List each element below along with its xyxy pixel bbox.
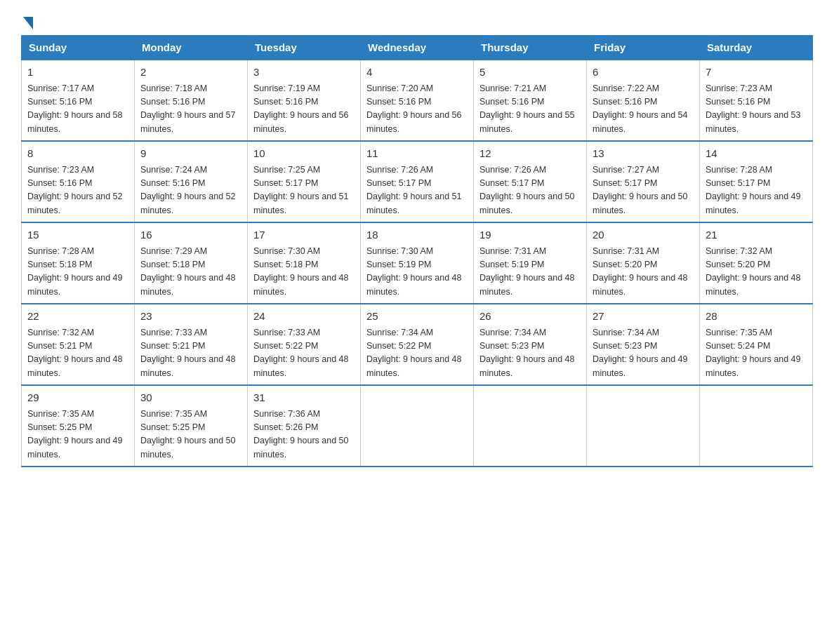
calendar-cell: 2Sunrise: 7:18 AMSunset: 5:16 PMDaylight… (135, 60, 248, 141)
calendar-cell: 11Sunrise: 7:26 AMSunset: 5:17 PMDayligh… (361, 141, 474, 222)
day-info: Sunrise: 7:21 AMSunset: 5:16 PMDaylight:… (479, 83, 575, 134)
day-number: 21 (706, 227, 807, 243)
day-info: Sunrise: 7:34 AMSunset: 5:23 PMDaylight:… (593, 328, 688, 378)
day-info: Sunrise: 7:31 AMSunset: 5:19 PMDaylight:… (479, 246, 575, 297)
day-number: 22 (27, 309, 128, 325)
calendar-cell: 10Sunrise: 7:25 AMSunset: 5:17 PMDayligh… (248, 141, 361, 222)
day-info: Sunrise: 7:32 AMSunset: 5:21 PMDaylight:… (27, 328, 123, 378)
calendar-week-row: 22Sunrise: 7:32 AMSunset: 5:21 PMDayligh… (22, 304, 813, 385)
day-number: 23 (140, 309, 241, 325)
day-number: 6 (593, 65, 694, 81)
calendar-cell: 13Sunrise: 7:27 AMSunset: 5:17 PMDayligh… (587, 141, 700, 222)
day-info: Sunrise: 7:20 AMSunset: 5:16 PMDaylight:… (366, 83, 462, 134)
day-info: Sunrise: 7:34 AMSunset: 5:23 PMDaylight:… (479, 328, 575, 378)
calendar-cell: 9Sunrise: 7:24 AMSunset: 5:16 PMDaylight… (135, 141, 248, 222)
day-number: 14 (706, 146, 807, 162)
day-number: 10 (253, 146, 355, 162)
calendar-cell: 6Sunrise: 7:22 AMSunset: 5:16 PMDaylight… (587, 60, 700, 141)
day-number: 30 (140, 390, 241, 406)
day-info: Sunrise: 7:28 AMSunset: 5:17 PMDaylight:… (706, 165, 801, 215)
day-number: 1 (27, 65, 128, 81)
day-info: Sunrise: 7:28 AMSunset: 5:18 PMDaylight:… (27, 246, 123, 297)
day-info: Sunrise: 7:18 AMSunset: 5:16 PMDaylight:… (140, 83, 236, 134)
day-info: Sunrise: 7:17 AMSunset: 5:16 PMDaylight:… (27, 83, 123, 134)
calendar-cell: 26Sunrise: 7:34 AMSunset: 5:23 PMDayligh… (474, 304, 587, 385)
day-info: Sunrise: 7:23 AMSunset: 5:16 PMDaylight:… (706, 83, 801, 134)
calendar-table: SundayMondayTuesdayWednesdayThursdayFrid… (21, 35, 813, 467)
page-header (21, 14, 813, 28)
day-number: 8 (27, 146, 128, 162)
calendar-cell: 24Sunrise: 7:33 AMSunset: 5:22 PMDayligh… (248, 304, 361, 385)
day-number: 24 (253, 309, 355, 325)
calendar-cell: 31Sunrise: 7:36 AMSunset: 5:26 PMDayligh… (248, 385, 361, 467)
day-number: 4 (366, 65, 468, 81)
day-number: 25 (366, 309, 468, 325)
calendar-week-row: 15Sunrise: 7:28 AMSunset: 5:18 PMDayligh… (22, 222, 813, 304)
weekday-header-thursday: Thursday (474, 36, 587, 60)
calendar-cell: 19Sunrise: 7:31 AMSunset: 5:19 PMDayligh… (474, 222, 587, 304)
day-info: Sunrise: 7:23 AMSunset: 5:16 PMDaylight:… (27, 165, 123, 215)
day-info: Sunrise: 7:35 AMSunset: 5:25 PMDaylight:… (27, 409, 123, 459)
day-number: 16 (140, 227, 241, 243)
calendar-cell: 18Sunrise: 7:30 AMSunset: 5:19 PMDayligh… (361, 222, 474, 304)
day-info: Sunrise: 7:19 AMSunset: 5:16 PMDaylight:… (253, 83, 349, 134)
day-number: 2 (140, 65, 241, 81)
calendar-cell (361, 385, 474, 467)
calendar-cell: 16Sunrise: 7:29 AMSunset: 5:18 PMDayligh… (135, 222, 248, 304)
calendar-cell: 3Sunrise: 7:19 AMSunset: 5:16 PMDaylight… (248, 60, 361, 141)
day-info: Sunrise: 7:31 AMSunset: 5:20 PMDaylight:… (593, 246, 688, 297)
calendar-cell (700, 385, 813, 467)
day-number: 27 (593, 309, 694, 325)
day-info: Sunrise: 7:29 AMSunset: 5:18 PMDaylight:… (140, 246, 236, 297)
calendar-week-row: 8Sunrise: 7:23 AMSunset: 5:16 PMDaylight… (22, 141, 813, 222)
day-number: 19 (479, 227, 581, 243)
day-number: 26 (479, 309, 581, 325)
calendar-week-row: 1Sunrise: 7:17 AMSunset: 5:16 PMDaylight… (22, 60, 813, 141)
calendar-cell: 21Sunrise: 7:32 AMSunset: 5:20 PMDayligh… (700, 222, 813, 304)
logo-arrow-icon (23, 17, 33, 29)
day-info: Sunrise: 7:30 AMSunset: 5:19 PMDaylight:… (366, 246, 462, 297)
day-number: 9 (140, 146, 241, 162)
calendar-cell: 1Sunrise: 7:17 AMSunset: 5:16 PMDaylight… (22, 60, 135, 141)
day-number: 15 (27, 227, 128, 243)
calendar-cell: 15Sunrise: 7:28 AMSunset: 5:18 PMDayligh… (22, 222, 135, 304)
logo (21, 14, 33, 28)
day-number: 28 (706, 309, 807, 325)
day-number: 29 (27, 390, 128, 406)
calendar-week-row: 29Sunrise: 7:35 AMSunset: 5:25 PMDayligh… (22, 385, 813, 467)
day-number: 20 (593, 227, 694, 243)
day-number: 7 (706, 65, 807, 81)
calendar-cell: 20Sunrise: 7:31 AMSunset: 5:20 PMDayligh… (587, 222, 700, 304)
day-info: Sunrise: 7:35 AMSunset: 5:25 PMDaylight:… (140, 409, 236, 459)
day-info: Sunrise: 7:26 AMSunset: 5:17 PMDaylight:… (479, 165, 575, 215)
day-info: Sunrise: 7:30 AMSunset: 5:18 PMDaylight:… (253, 246, 349, 297)
day-info: Sunrise: 7:24 AMSunset: 5:16 PMDaylight:… (140, 165, 236, 215)
calendar-cell: 22Sunrise: 7:32 AMSunset: 5:21 PMDayligh… (22, 304, 135, 385)
day-number: 13 (593, 146, 694, 162)
calendar-cell: 5Sunrise: 7:21 AMSunset: 5:16 PMDaylight… (474, 60, 587, 141)
day-number: 3 (253, 65, 355, 81)
calendar-cell: 17Sunrise: 7:30 AMSunset: 5:18 PMDayligh… (248, 222, 361, 304)
day-info: Sunrise: 7:25 AMSunset: 5:17 PMDaylight:… (253, 165, 349, 215)
weekday-header-tuesday: Tuesday (248, 36, 361, 60)
calendar-cell: 28Sunrise: 7:35 AMSunset: 5:24 PMDayligh… (700, 304, 813, 385)
calendar-cell: 4Sunrise: 7:20 AMSunset: 5:16 PMDaylight… (361, 60, 474, 141)
day-info: Sunrise: 7:32 AMSunset: 5:20 PMDaylight:… (706, 246, 801, 297)
day-number: 12 (479, 146, 581, 162)
weekday-header-monday: Monday (135, 36, 248, 60)
day-info: Sunrise: 7:35 AMSunset: 5:24 PMDaylight:… (706, 328, 801, 378)
calendar-cell: 14Sunrise: 7:28 AMSunset: 5:17 PMDayligh… (700, 141, 813, 222)
day-info: Sunrise: 7:34 AMSunset: 5:22 PMDaylight:… (366, 328, 462, 378)
day-info: Sunrise: 7:27 AMSunset: 5:17 PMDaylight:… (593, 165, 688, 215)
calendar-cell (587, 385, 700, 467)
day-info: Sunrise: 7:26 AMSunset: 5:17 PMDaylight:… (366, 165, 462, 215)
day-info: Sunrise: 7:33 AMSunset: 5:22 PMDaylight:… (253, 328, 349, 378)
weekday-header-saturday: Saturday (700, 36, 813, 60)
calendar-cell: 25Sunrise: 7:34 AMSunset: 5:22 PMDayligh… (361, 304, 474, 385)
calendar-cell (474, 385, 587, 467)
day-info: Sunrise: 7:33 AMSunset: 5:21 PMDaylight:… (140, 328, 236, 378)
calendar-cell: 23Sunrise: 7:33 AMSunset: 5:21 PMDayligh… (135, 304, 248, 385)
calendar-cell: 30Sunrise: 7:35 AMSunset: 5:25 PMDayligh… (135, 385, 248, 467)
calendar-cell: 29Sunrise: 7:35 AMSunset: 5:25 PMDayligh… (22, 385, 135, 467)
calendar-cell: 7Sunrise: 7:23 AMSunset: 5:16 PMDaylight… (700, 60, 813, 141)
